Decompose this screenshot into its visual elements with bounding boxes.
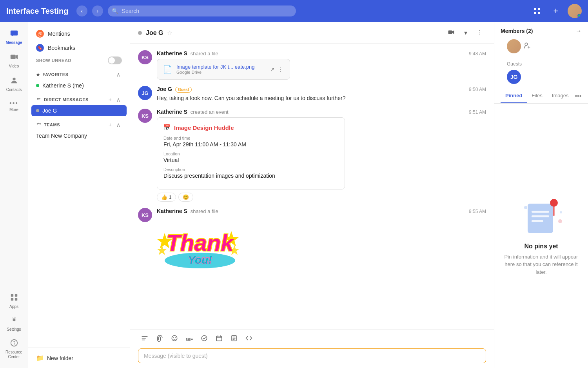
- message-label: Message: [5, 40, 22, 45]
- svg-rect-2: [534, 12, 536, 14]
- members-title: Members (2): [501, 28, 533, 34]
- star-button[interactable]: ☆: [167, 29, 172, 36]
- channel-sidebar-inner: @ Mentions 🔖 Bookmarks SHOW UNREAD ★ FAV…: [28, 22, 130, 348]
- joeg-label: Joe G: [42, 107, 57, 114]
- svg-rect-38: [532, 220, 543, 222]
- svg-point-30: [175, 337, 176, 338]
- right-panel-pins-content: No pins yet Pin information and it will …: [494, 104, 588, 368]
- smile-reaction[interactable]: 😊: [178, 193, 193, 202]
- dm-collapse[interactable]: ∧: [115, 96, 122, 104]
- sidebar-item-message[interactable]: Message: [2, 26, 26, 48]
- svg-point-41: [558, 219, 562, 223]
- add-button[interactable]: +: [549, 4, 563, 18]
- msg-action-4: shared a file: [191, 208, 218, 214]
- checkmark-button[interactable]: [198, 333, 211, 345]
- chat-toolbar: GIF: [130, 330, 494, 348]
- svg-rect-7: [11, 294, 13, 297]
- tab-images[interactable]: Images: [547, 89, 573, 103]
- code-button[interactable]: [242, 333, 256, 345]
- svg-rect-14: [14, 342, 15, 345]
- msg-action-3: created an event: [191, 109, 229, 115]
- message-icon: [10, 29, 18, 40]
- toggle-knob: [109, 57, 115, 64]
- sticker-svg: Thank You!: [157, 217, 243, 268]
- dm-add[interactable]: +: [107, 96, 113, 104]
- app-title: Interface Testing: [6, 7, 69, 16]
- teams-collapse[interactable]: ∧: [115, 121, 122, 129]
- favorites-collapse[interactable]: ∧: [115, 71, 122, 78]
- right-panel-tabs: Pinned Files Images •••: [494, 89, 588, 104]
- svg-rect-3: [538, 12, 540, 14]
- new-folder-item[interactable]: 📁 New folder: [31, 351, 127, 365]
- sidebar-item-apps[interactable]: Apps: [2, 290, 26, 312]
- format-text-button[interactable]: [138, 333, 151, 345]
- show-unread-toggle[interactable]: [108, 56, 122, 64]
- member-avatar-katherine: [507, 39, 521, 53]
- more-options-button[interactable]: ⋮: [474, 27, 486, 38]
- calendar-button[interactable]: [212, 333, 226, 345]
- file-more-button[interactable]: ⋮: [277, 66, 284, 73]
- no-pins-illustration: [522, 196, 561, 235]
- message-group-2: JG Joe G Guest 9:50 AM Hey, taking a loo…: [138, 86, 486, 102]
- video-call-button[interactable]: [445, 27, 458, 39]
- add-member-button[interactable]: [523, 42, 531, 51]
- svg-rect-0: [534, 8, 536, 10]
- tab-files[interactable]: Files: [527, 89, 547, 103]
- emoji-button[interactable]: [168, 333, 181, 345]
- message-input[interactable]: [138, 348, 486, 363]
- back-button[interactable]: ‹: [76, 5, 87, 16]
- favorites-title: ★ FAVORITES: [36, 72, 69, 77]
- event-location: Location Virtual: [163, 151, 338, 163]
- gif-button[interactable]: GIF: [183, 335, 196, 343]
- svg-point-42: [560, 211, 562, 213]
- bookmarks-icon: 🔖: [36, 44, 44, 52]
- dropdown-button[interactable]: ▾: [461, 27, 470, 38]
- sidebar-item-more[interactable]: ••• More: [2, 97, 26, 115]
- notes-button[interactable]: [227, 333, 241, 345]
- show-unread-label: SHOW UNREAD: [36, 58, 71, 63]
- svg-point-13: [13, 341, 15, 342]
- sidebar-item-resource[interactable]: Resource Center: [2, 335, 26, 363]
- sidebar-bottom: 📁 New folder: [28, 348, 130, 368]
- msg-time-2: 9:50 AM: [469, 87, 486, 92]
- svg-marker-24: [157, 245, 167, 255]
- event-card: 📅 Image Design Huddle Date and time Fri,…: [157, 117, 345, 189]
- tab-pinned[interactable]: Pinned: [501, 89, 527, 103]
- dm-actions: + ∧: [107, 96, 122, 104]
- sidebar-item-contacts[interactable]: Contacts: [2, 73, 26, 95]
- message-group-1: KS Katherine S shared a file 9:48 AM 📄 I…: [138, 50, 486, 80]
- teams-add[interactable]: +: [107, 121, 113, 129]
- svg-rect-20: [448, 30, 452, 34]
- svg-rect-37: [532, 215, 549, 217]
- msg-author-4: Katherine S: [157, 208, 187, 214]
- user-avatar[interactable]: [568, 4, 582, 18]
- event-description: Description Discuss presentation images …: [163, 167, 338, 179]
- bookmarks-item[interactable]: 🔖 Bookmarks: [31, 41, 127, 55]
- message-group-4: KS Katherine S shared a file 9:55 AM: [138, 208, 486, 268]
- channel-item-joeg[interactable]: Joe G: [31, 105, 127, 116]
- svg-point-29: [173, 337, 174, 338]
- file-source-1: Google Drive: [176, 70, 265, 75]
- channel-item-team-new-company[interactable]: Team New Company: [31, 130, 127, 141]
- close-panel-button[interactable]: →: [575, 27, 582, 35]
- members-list: [501, 39, 582, 58]
- grid-icon: [533, 7, 541, 15]
- apps-label: Apps: [9, 304, 18, 309]
- new-folder-label: New folder: [47, 355, 73, 361]
- attach-file-button[interactable]: [153, 333, 166, 345]
- mentions-item[interactable]: @ Mentions: [31, 27, 127, 41]
- avatar-katherine-3: KS: [138, 109, 152, 123]
- thumbs-up-reaction[interactable]: 👍 1: [157, 193, 176, 202]
- no-pins-title: No pins yet: [524, 243, 558, 250]
- grid-icon-button[interactable]: [530, 4, 544, 18]
- tab-more-button[interactable]: •••: [573, 91, 583, 101]
- sidebar-item-video[interactable]: Video: [2, 49, 26, 71]
- resource-icon: [10, 339, 18, 349]
- dm-section-header: DIRECT MESSAGES + ∧: [31, 94, 127, 105]
- file-open-button[interactable]: ↗: [269, 66, 276, 73]
- forward-button[interactable]: ›: [92, 5, 103, 16]
- guest-badge: Guest: [175, 87, 192, 93]
- search-input[interactable]: [108, 5, 296, 16]
- sidebar-item-settings[interactable]: Settings: [2, 313, 26, 335]
- channel-item-katherine[interactable]: Katherine S (me): [31, 80, 127, 91]
